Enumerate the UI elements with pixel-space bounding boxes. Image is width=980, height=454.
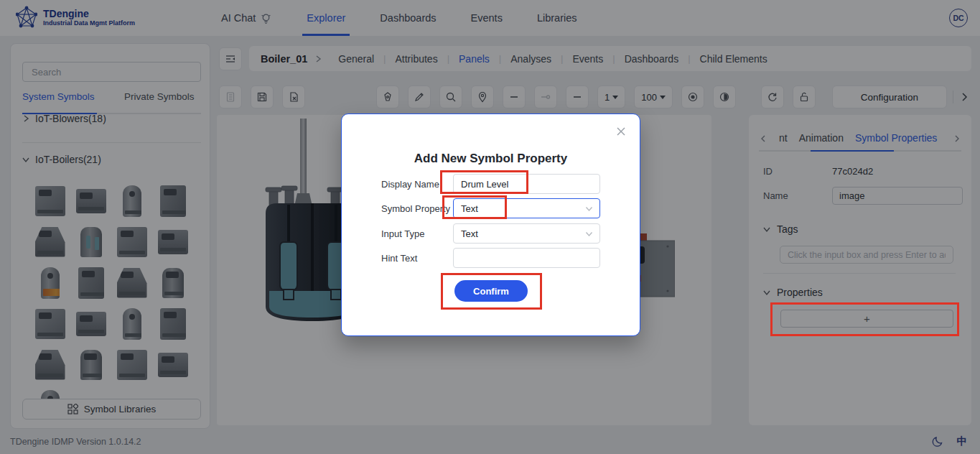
input-type-row: Input Type Text (381, 223, 600, 244)
hint-text-row: Hint Text (381, 248, 600, 268)
app-window: TDengine Industrial Data Mgmt Platform A… (0, 0, 980, 454)
add-symbol-property-modal: Add New Symbol Property Display Name Sym… (341, 114, 640, 336)
display-name-row: Display Name (381, 174, 600, 194)
input-type-select[interactable]: Text (453, 223, 600, 244)
chevron-down-icon (585, 230, 593, 238)
modal-title: Add New Symbol Property (342, 152, 640, 166)
input-type-label: Input Type (381, 228, 453, 239)
input-type-value: Text (461, 228, 478, 239)
confirm-button[interactable]: Confirm (454, 280, 528, 302)
symbol-property-select[interactable]: Text (453, 198, 600, 218)
symbol-property-row: Symbol Property Text (381, 198, 600, 218)
hint-text-input[interactable] (453, 248, 600, 268)
display-name-label: Display Name (381, 179, 453, 190)
display-name-input[interactable] (453, 174, 600, 194)
symbol-property-value: Text (461, 203, 478, 214)
hint-text-label: Hint Text (381, 253, 453, 264)
symbol-property-label: Symbol Property (381, 203, 453, 214)
close-icon[interactable] (615, 126, 627, 137)
chevron-down-icon (585, 205, 593, 213)
